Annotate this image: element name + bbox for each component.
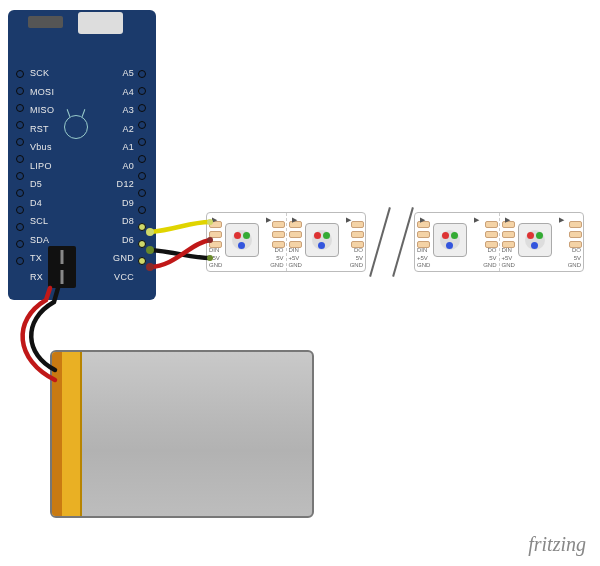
pin-label-vcc: VCC	[114, 273, 134, 282]
pin-label-d8: D8	[122, 217, 134, 226]
pin-hole-miso	[16, 104, 24, 112]
wire-data	[150, 222, 210, 232]
led-strip: ▶▶ DIN+5VGND DO5VGND ▶▶ DIN+5VGND DO5VGN…	[206, 212, 586, 272]
pin-hole-sck	[16, 70, 24, 78]
lipo-battery	[50, 350, 314, 518]
pin-hole-d12	[138, 172, 146, 180]
rgb-led-icon: ▶▶	[305, 223, 339, 257]
led-pixel: ▶▶ DIN+5VGND DO5VGND	[286, 213, 366, 271]
strip-segment-1: ▶▶ DIN+5VGND DO5VGND ▶▶ DIN+5VGND DO5VGN…	[206, 212, 366, 272]
rgb-led-icon: ▶▶	[433, 223, 467, 257]
jst-battery-connector	[48, 246, 76, 288]
pin-label-a5: A5	[122, 69, 134, 78]
battery-terminal	[52, 352, 62, 516]
pin-label-a2: A2	[122, 125, 134, 134]
pin-label-vbus: Vbus	[30, 143, 52, 152]
pin-hole-d5	[16, 172, 24, 180]
pin-label-d12: D12	[117, 180, 134, 189]
pad-labels-out: DO5VGND	[270, 247, 283, 269]
pin-hole-gnd	[138, 240, 146, 248]
pin-header-left	[16, 70, 26, 274]
wire-power	[150, 240, 210, 267]
pin-label-mosi: MOSI	[30, 88, 54, 97]
pin-label-d9: D9	[122, 199, 134, 208]
pin-label-d5: D5	[30, 180, 42, 189]
board-mascot-icon	[58, 115, 94, 160]
pin-hole-a1	[138, 138, 146, 146]
pin-hole-vcc	[138, 257, 146, 265]
pin-label-a3: A3	[122, 106, 134, 115]
led-pixel: ▶▶ DIN+5VGND DO5VGND	[499, 213, 584, 271]
rgb-led-icon: ▶▶	[225, 223, 259, 257]
pin-hole-d9	[138, 189, 146, 197]
pin-label-tx: TX	[30, 254, 42, 263]
pin-label-d4: D4	[30, 199, 42, 208]
pin-hole-mosi	[16, 87, 24, 95]
pin-label-rst: RST	[30, 125, 49, 134]
pin-header-right	[138, 70, 148, 274]
pin-hole-vbus	[16, 138, 24, 146]
pin-label-miso: MISO	[30, 106, 54, 115]
pin-label-lipo: LIPO	[30, 162, 52, 171]
pin-label-a4: A4	[122, 88, 134, 97]
power-switch	[28, 16, 63, 28]
led-pixel: ▶▶ DIN+5VGND DO5VGND	[415, 213, 499, 271]
pin-hole-a4	[138, 87, 146, 95]
wire-ground	[150, 250, 210, 258]
pin-hole-d6	[138, 223, 146, 231]
pin-hole-lipo	[16, 155, 24, 163]
strip-break-icon	[369, 206, 414, 278]
pin-hole-d4	[16, 189, 24, 197]
pin-label-d6: D6	[122, 236, 134, 245]
pin-label-rx: RX	[30, 273, 43, 282]
pin-label-sda: SDA	[30, 236, 49, 245]
pin-hole-rst	[16, 121, 24, 129]
pin-label-sck: SCK	[30, 69, 49, 78]
pin-label-a1: A1	[122, 143, 134, 152]
pin-hole-a0	[138, 155, 146, 163]
credit-label: fritzing	[528, 533, 586, 556]
pin-hole-a5	[138, 70, 146, 78]
pin-hole-a2	[138, 121, 146, 129]
pin-hole-tx	[16, 240, 24, 248]
strip-segment-2: ▶▶ DIN+5VGND DO5VGND ▶▶ DIN+5VGND DO5VGN…	[414, 212, 584, 272]
microcontroller-board: SCKMOSIMISORSTVbusLIPOD5D4SCLSDATXRXA5A4…	[8, 10, 156, 300]
pin-label-gnd: GND	[113, 254, 134, 263]
pin-hole-scl	[16, 206, 24, 214]
pin-hole-a3	[138, 104, 146, 112]
pin-label-a0: A0	[122, 162, 134, 171]
pin-hole-rx	[16, 257, 24, 265]
pin-label-scl: SCL	[30, 217, 48, 226]
pad-labels-in: DIN+5VGND	[209, 247, 222, 269]
led-pixel: ▶▶ DIN+5VGND DO5VGND	[207, 213, 286, 271]
pin-hole-sda	[16, 223, 24, 231]
usb-port	[78, 12, 123, 34]
pin-hole-d8	[138, 206, 146, 214]
rgb-led-icon: ▶▶	[518, 223, 552, 257]
